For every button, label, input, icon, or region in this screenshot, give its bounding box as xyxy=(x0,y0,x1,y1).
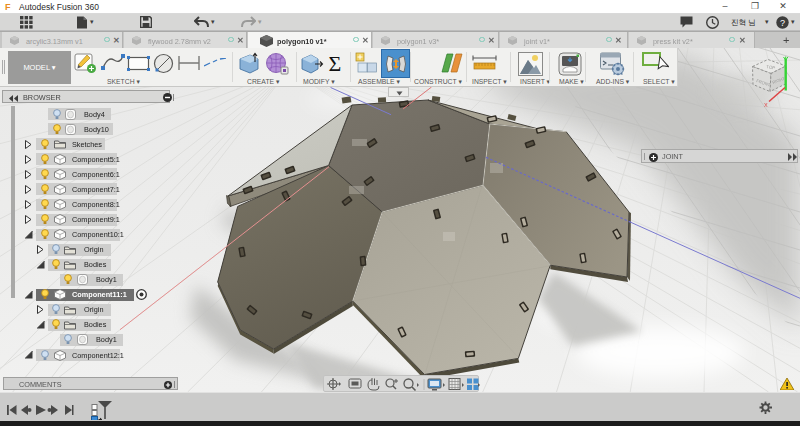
svg-text:Σ: Σ xyxy=(329,53,342,75)
svg-text:X: X xyxy=(764,102,768,108)
svg-text:?: ? xyxy=(780,18,785,28)
